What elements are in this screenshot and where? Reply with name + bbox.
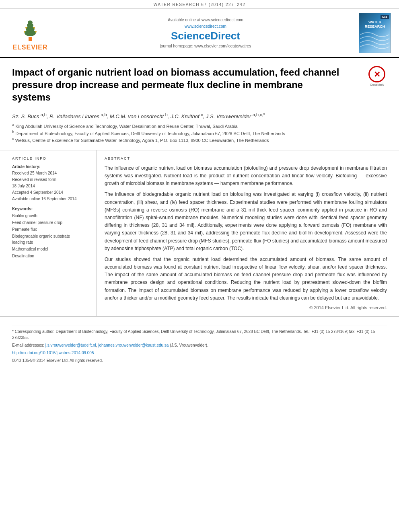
- keyword-6: Desalination: [12, 253, 90, 259]
- crossmark-badge[interactable]: ✕ CrossMark: [367, 66, 387, 86]
- email-link-2[interactable]: johannes.vrouwenvelder@kaust.edu.sa: [98, 343, 169, 347]
- abstract-paragraph-3: Our studies showed that the organic nutr…: [105, 256, 387, 302]
- keyword-5: Mathematical model: [12, 246, 90, 252]
- available-online-text: Available online at www.sciencedirect.co…: [56, 18, 355, 22]
- abstract-paragraph-2: The influence of biodegradable organic n…: [105, 191, 387, 253]
- crossmark-label: CrossMark: [370, 83, 384, 86]
- svg-point-7: [25, 27, 27, 29]
- article-title: Impact of organic nutrient load on bioma…: [12, 66, 342, 104]
- email-addresses: E-mail addresses: j.s.vrouwenvelder@tude…: [12, 342, 387, 348]
- elsevier-brand-label: ELSEVIER: [12, 44, 47, 51]
- keyword-1: Biofilm growth: [12, 213, 90, 219]
- article-info-title: ARTICLE INFO: [12, 156, 90, 160]
- cover-title: WATER RESEARCH: [361, 20, 389, 29]
- journal-cover: IWA WATER RESEARCH: [359, 13, 391, 53]
- history-accepted: Accepted 4 September 2014: [12, 190, 90, 195]
- journal-bar: WATER RESEARCH 67 (2014) 227–242: [0, 0, 399, 9]
- svg-point-4: [28, 21, 33, 25]
- elsevier-logo: ELSEVIER: [8, 15, 52, 51]
- history-revised-label: Received in revised form: [12, 177, 90, 183]
- cover-decoration: [360, 31, 389, 51]
- sciencedirect-logo: ScienceDirect: [56, 30, 355, 42]
- doi-line: http://dx.doi.org/10.1016/j.watres.2014.…: [12, 350, 387, 356]
- email-link-1[interactable]: j.s.vrouwenvelder@tudelft.nl: [45, 343, 96, 347]
- crossmark-circle: ✕: [368, 66, 385, 82]
- iwa-badge: IWA: [380, 15, 389, 19]
- affiliation-c: c Wetsus, Centre of Excellence for Susta…: [12, 137, 387, 143]
- crossmark-icon: ✕: [374, 70, 380, 79]
- svg-point-8: [33, 27, 35, 29]
- issn-line: 0043-1354/© 2014 Elsevier Ltd. All right…: [12, 358, 387, 363]
- keyword-2: Feed channel pressure drop: [12, 220, 90, 226]
- history-revised-date: 18 July 2014: [12, 183, 90, 189]
- corresponding-author-note: * Corresponding author. Department of Bi…: [12, 329, 387, 341]
- keyword-3: Permeate flux: [12, 226, 90, 232]
- article-history-title: Article history:: [12, 164, 90, 169]
- copyright-line: © 2014 Elsevier Ltd. All rights reserved…: [105, 305, 387, 310]
- sciencedirect-url[interactable]: www.sciencedirect.com: [185, 24, 226, 29]
- svg-point-6: [35, 31, 37, 33]
- keywords-title: Keywords:: [12, 207, 90, 211]
- affiliation-a: a King Abdullah University of Science an…: [12, 123, 387, 129]
- affiliation-b: b Department of Biotechnology, Faculty o…: [12, 130, 387, 136]
- elsevier-tree-icon: [14, 15, 46, 43]
- header-center: Available online at www.sciencedirect.co…: [56, 18, 355, 48]
- article-info-column: ARTICLE INFO Article history: Received 2…: [8, 150, 97, 316]
- sciencedirect-url-link[interactable]: www.sciencedirect.com: [56, 23, 355, 29]
- journal-homepage: journal homepage: www.elsevier.com/locat…: [56, 44, 355, 48]
- journal-bar-text: WATER RESEARCH 67 (2014) 227–242: [154, 2, 246, 7]
- abstract-column: ABSTRACT The influence of organic nutrie…: [97, 150, 391, 316]
- authors-section: Sz. S. Bucs a,b, R. Valladares Linares a…: [0, 108, 399, 150]
- footer-rule: [12, 325, 387, 325]
- keyword-4: Biodegradable organic substrateloading r…: [12, 233, 90, 245]
- doi-link[interactable]: http://dx.doi.org/10.1016/j.watres.2014.…: [12, 351, 94, 355]
- history-available: Available online 16 September 2014: [12, 196, 90, 202]
- abstract-section-title: ABSTRACT: [105, 156, 387, 160]
- abstract-paragraph-1: The influence of organic nutrient load o…: [105, 164, 387, 188]
- svg-point-5: [24, 31, 25, 33]
- keywords-section: Keywords: Biofilm growth Feed channel pr…: [12, 207, 90, 259]
- authors-line: Sz. S. Bucs a,b, R. Valladares Linares a…: [12, 112, 387, 119]
- two-column-section: ARTICLE INFO Article history: Received 2…: [0, 150, 399, 316]
- journal-homepage-text: journal homepage: www.elsevier.com/locat…: [160, 44, 251, 48]
- history-received: Received 25 March 2014: [12, 170, 90, 176]
- footer-section: * Corresponding author. Department of Bi…: [0, 316, 399, 367]
- title-section: Impact of organic nutrient load on bioma…: [0, 58, 399, 108]
- header-section: ELSEVIER Available online at www.science…: [0, 9, 399, 58]
- svg-rect-0: [29, 37, 32, 41]
